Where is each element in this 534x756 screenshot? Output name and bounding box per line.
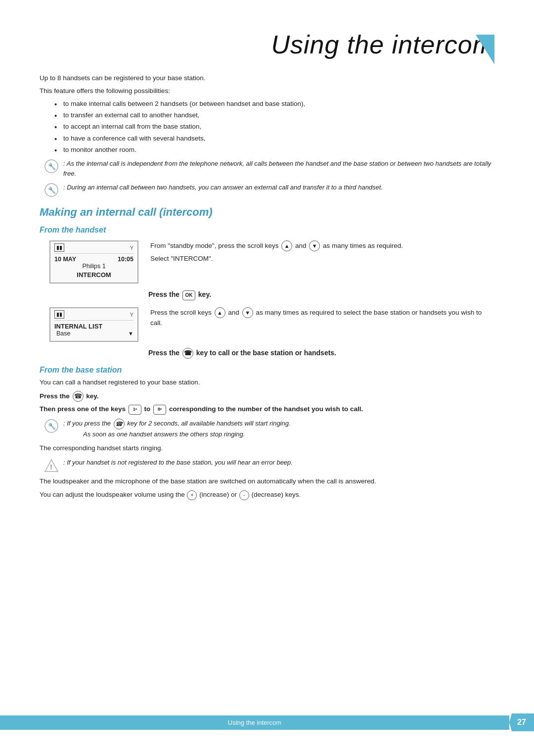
step1d-text: Select "INTERCOM". (150, 254, 494, 264)
phone1-time: 10:05 (118, 256, 134, 263)
key-1-star: 1• (129, 405, 141, 415)
scroll-down-key-2: ▼ (242, 307, 253, 318)
footer: Using the intercom 27 (0, 713, 534, 731)
scroll-down-indicator: ▼ (128, 331, 134, 336)
step4-post: key to call or the base station or hands… (196, 349, 336, 357)
base-line6-pre: You can adjust the loudspeaker volume us… (40, 491, 185, 498)
warning-text: : If your handset is not registered to t… (63, 458, 293, 468)
scroll-down-key: ▼ (309, 240, 320, 251)
phone2-sub: Base (56, 330, 71, 337)
handset-step3-row: ▮▮ Y INTERNAL LIST Base ▼ Press the scro… (49, 304, 494, 345)
key-8-star: 8• (153, 405, 166, 415)
step1-pre: From "standby mode", press the scroll ke… (150, 242, 278, 249)
phone1-display: ▮▮ Y 10 MAY 10:05 Philips 1 INTERCOM (49, 237, 138, 286)
bullet-2: to transfer an external call to another … (54, 110, 494, 120)
phone2-label: INTERNAL LIST (54, 323, 134, 330)
step1-end: as many times as required. (323, 242, 403, 249)
base-note1-italic: As soon as one handset answers the other… (83, 430, 245, 438)
base-line6-post: (decrease) keys. (252, 491, 301, 498)
step2-post: key. (198, 290, 211, 298)
handset-step1-row: ▮▮ Y 10 MAY 10:05 Philips 1 INTERCOM Fro… (49, 237, 494, 286)
base-line1: You can call a handset registered to you… (40, 378, 494, 388)
step2-pre: Press the (148, 290, 179, 298)
from-handset-title: From the handset (40, 226, 494, 235)
handset-step3-text: Press the scroll keys ▲ and ▼ as many ti… (150, 304, 494, 331)
step3-pre: Press the scroll keys (150, 309, 212, 316)
base-line3-post: corresponding to the number of the hands… (169, 405, 363, 413)
scroll-up-key-2: ▲ (215, 307, 225, 318)
svg-text:!: ! (50, 463, 52, 471)
step1-and: and (295, 242, 307, 249)
section1-title: Making an internal call (intercom) (40, 206, 494, 219)
note2-text: : During an internal call between two ha… (63, 183, 383, 192)
handset-step4-row: Press the ☎ key to call or the base stat… (148, 348, 494, 359)
page-title: Using the intercom (271, 30, 494, 59)
title-decoration (476, 35, 494, 66)
title-area: Using the intercom (40, 30, 494, 59)
intro-line2: This feature offers the following possib… (40, 86, 494, 96)
base-call-key: ☎ (73, 391, 84, 402)
phone1-highlight: INTERCOM (54, 271, 134, 279)
wrench-icon-1: 🔧 (44, 159, 58, 173)
base-line5: The loudspeaker and the microphone of th… (40, 476, 494, 487)
svg-text:🔧: 🔧 (48, 186, 56, 194)
call-key: ☎ (182, 348, 193, 359)
base-line2-pre: Press the (40, 392, 70, 400)
base-line3-to: to (144, 405, 151, 413)
wrench-icon-3: 🔧 (44, 419, 58, 433)
step4-pre: Press the (148, 349, 179, 357)
base-note1-text: : If you press the ☎ key for 2 seconds, … (63, 419, 291, 439)
base-note1-row: 🔧 : If you press the ☎ key for 2 seconds… (44, 419, 494, 439)
phone1-date: 10 MAY (54, 256, 76, 263)
base-line6-mid: (increase) or (199, 491, 237, 498)
warning-row: ! : If your handset is not registered to… (44, 458, 494, 472)
footer-page: 27 (509, 713, 534, 731)
svg-text:🔧: 🔧 (48, 422, 56, 430)
note1-text: : As the internal call is independent fr… (63, 159, 494, 179)
handset-step2-row: Press the OK key. (148, 289, 494, 300)
note2-row: 🔧 : During an internal call between two … (44, 183, 494, 197)
base-line3-pre: Then press one of the keys (40, 405, 126, 413)
minus-key: - (239, 490, 249, 500)
base-line2-post: key. (86, 392, 98, 400)
base-line6: You can adjust the loudspeaker volume us… (40, 490, 494, 500)
battery-icon-2: ▮▮ (54, 310, 64, 319)
bullet-3: to accept an internal call from the base… (54, 122, 494, 132)
footer-label: Using the intercom (0, 715, 509, 730)
warning-icon: ! (44, 459, 58, 472)
triangle-icon (476, 35, 494, 64)
handset-step1-text: From "standby mode", press the scroll ke… (150, 237, 494, 267)
base-line4: The corresponding handset starts ringing… (40, 443, 494, 454)
note1-row: 🔧 : As the internal call is independent … (44, 159, 494, 179)
base-line2: Press the ☎ key. (40, 391, 494, 402)
base-line3: Then press one of the keys 1• to 8• corr… (40, 404, 494, 415)
from-base-title: From the base station (40, 366, 494, 375)
bullet-4: to have a conference call with several h… (54, 134, 494, 143)
page: Using the intercom Up to 8 handsets can … (0, 0, 534, 756)
svg-text:🔧: 🔧 (48, 162, 56, 171)
signal-icon-2: Y (130, 312, 134, 318)
base-note-call-key: ☎ (114, 419, 125, 429)
ok-key: OK (182, 290, 195, 300)
step3-and: and (228, 309, 239, 316)
wrench-icon-2: 🔧 (44, 183, 58, 197)
phone2-display: ▮▮ Y INTERNAL LIST Base ▼ (49, 304, 138, 345)
signal-icon: Y (130, 245, 134, 251)
plus-key: + (187, 490, 197, 500)
bullet-1: to make internal calls between 2 handset… (54, 99, 494, 109)
intro-bullets: to make internal calls between 2 handset… (54, 99, 494, 155)
scroll-up-key: ▲ (281, 240, 292, 251)
phone1-name: Philips 1 (54, 263, 134, 270)
battery-icon: ▮▮ (54, 243, 64, 252)
intro-line1: Up to 8 handsets can be registered to yo… (40, 73, 494, 84)
bullet-5: to monitor another room. (54, 145, 494, 155)
